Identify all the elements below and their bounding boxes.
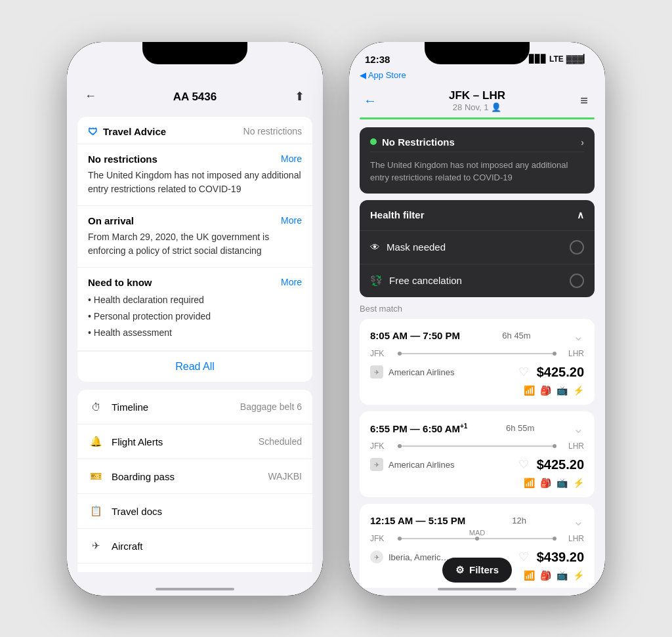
- bullet-3: • Health assessment: [88, 325, 302, 341]
- travel-advice-header: 🛡 Travel Advice No restrictions: [77, 117, 312, 144]
- power-icon-2: ⚡: [573, 478, 584, 488]
- menu-aircraft[interactable]: ✈ Aircraft: [77, 529, 312, 564]
- aircraft-label: Aircraft: [112, 541, 143, 552]
- flight-card-1[interactable]: 8:05 AM — 7:50 PM 6h 45m ⌄ JFK LHR ✈: [360, 319, 595, 405]
- filter-mask[interactable]: 👁 Mask needed: [360, 231, 595, 264]
- signal-icon: ▊▊▊: [529, 54, 547, 64]
- battery-icon: ▓▓▓▏: [566, 54, 589, 64]
- phone2-back-button[interactable]: ←: [360, 90, 381, 111]
- flight3-route: JFK MAD LHR: [370, 534, 584, 543]
- share-button[interactable]: ⬆: [289, 86, 310, 107]
- app-store-back[interactable]: ◀ App Store: [349, 69, 605, 84]
- filter-label: Health filter: [370, 209, 425, 220]
- flight3-time: 12:15 AM — 5:15 PM: [370, 515, 465, 526]
- no-restrictions-text: The United Kingdom has not imposed any a…: [88, 169, 302, 196]
- boarding-pass-label: Boarding pass: [112, 471, 175, 482]
- need-to-know-bullets: • Health declaration required • Personal…: [88, 292, 302, 342]
- back-button[interactable]: ←: [80, 86, 101, 107]
- boarding-pass-icon: 🎫: [88, 468, 104, 484]
- aircraft-icon: ✈: [88, 538, 104, 554]
- status-bar-right: ▊▊▊ LTE ▓▓▓▏: [529, 54, 589, 64]
- filter-cancelation[interactable]: 💱 Free cancelation: [360, 264, 595, 297]
- flight2-chevron-icon: ⌄: [573, 421, 584, 436]
- flight1-route: JFK LHR: [370, 349, 584, 358]
- cancelation-radio[interactable]: [570, 274, 584, 288]
- flight3-to: LHR: [560, 534, 584, 543]
- phone-2: 12:38 ▊▊▊ LTE ▓▓▓▏ ◀ App Store ← JFK – L…: [349, 42, 605, 596]
- travel-advice-card: 🛡 Travel Advice No restrictions No restr…: [77, 117, 312, 382]
- menu-flight-alerts[interactable]: 🔔 Flight Alerts Scheduled: [77, 424, 312, 459]
- shield-icon: 🛡: [88, 126, 98, 137]
- mask-icon: 👁: [370, 241, 380, 253]
- restriction-text: The United Kingdom has not imposed any a…: [370, 152, 584, 184]
- on-arrival-title: On arrival: [88, 215, 134, 226]
- bag-icon-2: 🎒: [540, 478, 551, 488]
- on-arrival-text: From March 29, 2020, the UK government i…: [88, 230, 302, 258]
- timeline-value: Baggage belt 6: [240, 401, 302, 412]
- mask-radio[interactable]: [570, 240, 584, 255]
- no-restrictions-section: No restrictions More The United Kingdom …: [77, 144, 312, 206]
- travel-docs-icon: 📋: [88, 503, 104, 519]
- filters-icon: ⚙: [455, 564, 464, 576]
- airline3-icon: ✈: [370, 550, 383, 564]
- bag-icon: 🎒: [540, 385, 551, 396]
- flight3-price: $439.20: [537, 550, 584, 565]
- flight3-stop: MAD: [469, 529, 485, 537]
- page-title: AA 5436: [160, 83, 230, 110]
- bullet-2: • Personal protection provided: [88, 308, 302, 325]
- mask-label: Mask needed: [387, 241, 446, 253]
- flight2-favorite-icon[interactable]: ♡: [518, 457, 529, 472]
- bag-icon-3: 🎒: [540, 570, 551, 581]
- notch-2: [425, 42, 530, 64]
- restriction-banner-title: No Restrictions ›: [370, 136, 584, 148]
- phone2-header: ← JFK – LHR 28 Nov, 1 👤 ≡: [349, 84, 605, 112]
- power-icon-3: ⚡: [573, 570, 584, 581]
- flight2-time: 6:55 PM — 6:50 AM+1: [370, 422, 467, 434]
- wifi-icon-3: 📶: [524, 570, 535, 581]
- on-arrival-more[interactable]: More: [281, 215, 302, 226]
- status-time: 12:38: [365, 54, 390, 65]
- alerts-value: Scheduled: [259, 436, 302, 447]
- screen-icon-3: 📺: [556, 570, 568, 581]
- menu-paris[interactable]: ✈ ORY, Paris 🌥 24°C: [77, 564, 312, 571]
- menu-boarding-pass[interactable]: 🎫 Boarding pass WAJKBI: [77, 459, 312, 494]
- flight3-chevron-icon: ⌄: [573, 513, 584, 529]
- cancelation-label: Free cancelation: [389, 275, 462, 286]
- alerts-icon: 🔔: [88, 434, 104, 449]
- menu-timeline[interactable]: ⏱ Timeline Baggage belt 6: [77, 390, 312, 424]
- flight2-from: JFK: [370, 442, 394, 451]
- need-to-know-title: Need to know: [88, 277, 152, 288]
- wifi-icon-2: 📶: [524, 478, 535, 488]
- notch: [142, 42, 247, 64]
- flight3-favorite-icon[interactable]: ♡: [518, 550, 529, 564]
- travel-advice-label: 🛡 Travel Advice: [88, 126, 166, 137]
- wifi-icon: 📶: [524, 385, 535, 396]
- filter-header[interactable]: Health filter ∧: [360, 200, 595, 231]
- menu-button[interactable]: ≡: [574, 90, 595, 111]
- flight1-bottom: ✈ American Airlines ♡ $425.20: [370, 365, 584, 380]
- flight1-favorite-icon[interactable]: ♡: [518, 365, 529, 379]
- timeline-icon: ⏱: [88, 399, 104, 415]
- alerts-label: Flight Alerts: [112, 436, 163, 447]
- phone2-title: JFK – LHR: [449, 89, 505, 102]
- restriction-banner[interactable]: No Restrictions › The United Kingdom has…: [360, 127, 595, 194]
- flight2-dayplus: +1: [460, 422, 467, 430]
- airline2-icon: ✈: [370, 458, 383, 471]
- flight1-price: $425.20: [537, 365, 584, 380]
- phone2-subtitle: 28 Nov, 1 👤: [449, 102, 505, 112]
- health-filter-section: Health filter ∧ 👁 Mask needed 💱 Free can…: [360, 200, 595, 297]
- flight2-duration: 6h 55m: [506, 423, 534, 433]
- airline1-icon: ✈: [370, 365, 383, 379]
- filters-fab[interactable]: ⚙ Filters: [442, 558, 512, 583]
- phone1-header: ← AA 5436 ⬆: [67, 75, 323, 117]
- airline1-name: American Airlines: [388, 367, 454, 377]
- restriction-chevron: ›: [581, 136, 584, 148]
- no-restrictions-more[interactable]: More: [281, 154, 302, 164]
- flight1-from: JFK: [370, 349, 394, 358]
- home-indicator-2: [438, 588, 516, 590]
- menu-travel-docs[interactable]: 📋 Travel docs: [77, 494, 312, 529]
- need-to-know-more[interactable]: More: [281, 277, 302, 287]
- read-all-button[interactable]: Read All: [77, 351, 312, 382]
- flight-card-2[interactable]: 6:55 PM — 6:50 AM+1 6h 55m ⌄ JFK LHR ✈: [360, 411, 595, 497]
- phone2-title-center: JFK – LHR 28 Nov, 1 👤: [449, 89, 505, 112]
